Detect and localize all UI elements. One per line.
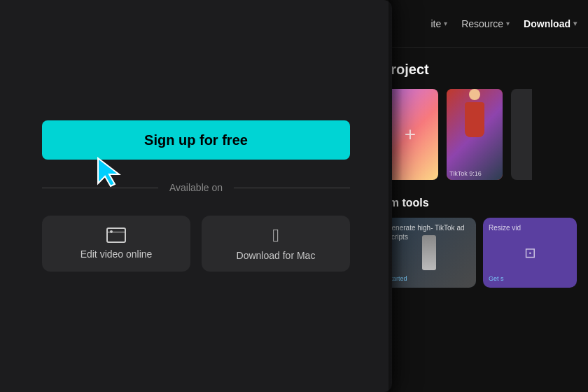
signup-button-label: Sign up for free: [144, 132, 248, 148]
tool-card-resize[interactable]: ⊡ Resize vid Get s: [483, 218, 577, 288]
tools-cards: generate high- TikTok ad scripts started…: [382, 218, 577, 288]
edit-online-label: Edit video online: [80, 248, 153, 260]
partial-card: [511, 89, 532, 180]
tool-card-2-btn[interactable]: Get s: [489, 275, 504, 282]
download-mac-label: Download for Mac: [237, 250, 316, 261]
tool-card-2-label: Resize vid: [489, 223, 571, 232]
top-nav: ite ▾ Resource ▾ Download ▾: [371, 0, 588, 48]
person-body: [465, 102, 484, 137]
person-head: [469, 89, 480, 100]
divider-left: [42, 188, 158, 188]
nav-resource-label: Resource: [461, 18, 503, 29]
nav-item-resource[interactable]: Resource ▾: [461, 18, 510, 29]
main-content: project + TikTok 9:16 om tools: [371, 48, 588, 302]
nav-download-chevron: ▾: [573, 20, 577, 27]
divider-row: Available on: [42, 182, 350, 193]
projects-title: project: [382, 62, 577, 78]
add-icon: +: [405, 123, 416, 146]
download-mac-button[interactable]:  Download for Mac: [202, 216, 350, 272]
tool-card-1-label: generate high- TikTok ad scripts: [388, 223, 470, 241]
signup-button[interactable]: Sign up for free: [42, 120, 350, 160]
edit-online-button[interactable]: Edit video online: [42, 216, 190, 272]
tiktok-card-label: TikTok 9:16: [449, 170, 500, 177]
nav-chevron-icon: ▾: [444, 20, 447, 27]
tool-card-scripts[interactable]: generate high- TikTok ad scripts started: [382, 218, 476, 288]
platform-buttons: Edit video online  Download for Mac: [42, 216, 350, 272]
apple-icon: : [272, 226, 279, 244]
nav-resource-chevron: ▾: [506, 20, 510, 27]
project-cards: + TikTok 9:16: [382, 89, 577, 180]
tiktok-project-card[interactable]: TikTok 9:16: [447, 89, 503, 180]
nav-item-label: ite: [430, 18, 441, 29]
left-panel: Sign up for free Available on Edit video…: [0, 0, 392, 392]
nav-download-label: Download: [524, 18, 570, 29]
tiktok-card-image: [447, 89, 503, 180]
resize-icon: ⊡: [524, 244, 536, 261]
available-label: Available on: [169, 182, 223, 193]
right-panel: ite ▾ Resource ▾ Download ▾ project +: [371, 0, 588, 392]
tools-title: om tools: [382, 197, 577, 209]
nav-item-template[interactable]: ite ▾: [430, 18, 447, 29]
nav-item-download[interactable]: Download ▾: [524, 18, 577, 29]
browser-icon: [106, 227, 126, 243]
divider-right: [234, 188, 350, 188]
